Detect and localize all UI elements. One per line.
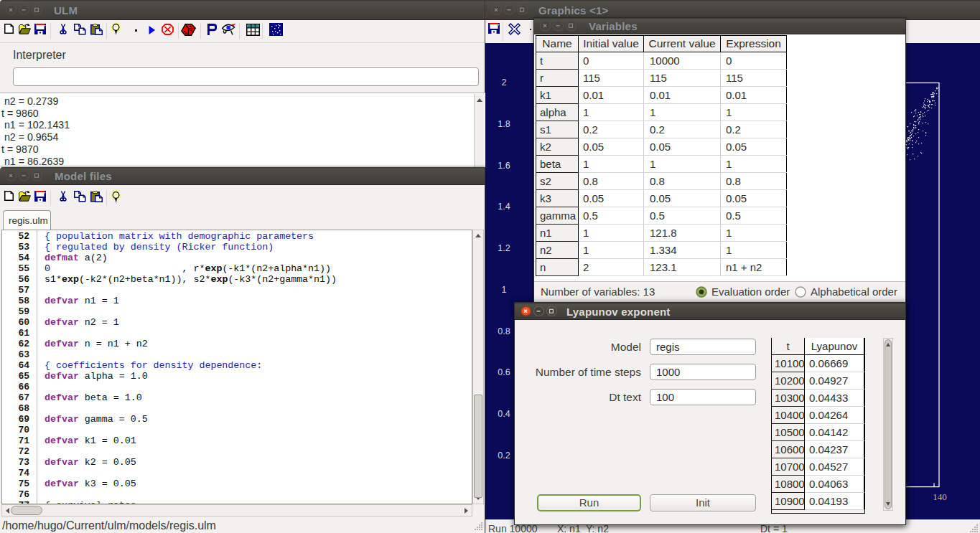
svg-text:1.8: 1.8: [498, 119, 510, 129]
svg-text:140: 140: [933, 491, 947, 502]
svg-text:0.2: 0.2: [498, 451, 510, 461]
svg-text:1.2: 1.2: [498, 243, 510, 253]
svg-text:1.6: 1.6: [498, 161, 510, 171]
svg-text:1.4: 1.4: [498, 202, 510, 212]
svg-text:2: 2: [502, 77, 507, 88]
svg-text:0.4: 0.4: [498, 409, 510, 419]
svg-text:1: 1: [502, 285, 507, 295]
svg-text:0.6: 0.6: [498, 367, 510, 377]
svg-text:0.8: 0.8: [498, 326, 510, 336]
